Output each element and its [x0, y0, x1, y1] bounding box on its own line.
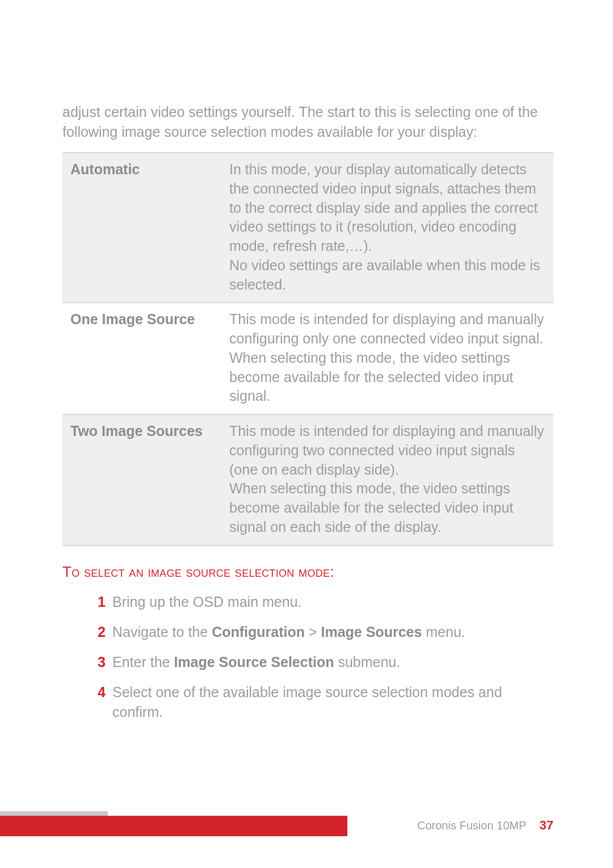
mode-desc-line: This mode is intended for displaying and…: [229, 423, 544, 477]
list-item: 1 Bring up the OSD main menu.: [90, 592, 553, 612]
page-footer: Coronis Fusion 10MP 37: [0, 816, 613, 836]
step-number: 1: [90, 592, 106, 612]
list-item: 3 Enter the Image Source Selection subme…: [90, 652, 553, 672]
step-text: Navigate to the: [112, 624, 212, 640]
footer-grey-bar: [0, 811, 108, 816]
mode-label: One Image Source: [62, 303, 221, 414]
list-item: 2 Navigate to the Configuration > Image …: [90, 622, 553, 642]
step-text: >: [305, 624, 321, 640]
footer-red-bar: [0, 816, 347, 836]
step-number: 3: [90, 652, 106, 672]
step-text: Enter the: [112, 654, 174, 670]
mode-description: This mode is intended for displaying and…: [221, 414, 553, 546]
step-text: Select one of the available image source…: [112, 684, 502, 720]
mode-description: This mode is intended for displaying and…: [221, 303, 553, 414]
page-number: 37: [540, 818, 553, 832]
footer-page-info: Coronis Fusion 10MP 37: [417, 818, 553, 833]
product-name: Coronis Fusion 10MP: [417, 819, 526, 832]
mode-label: Two Image Sources: [62, 414, 221, 546]
step-text: menu.: [422, 624, 465, 640]
step-number: 2: [90, 622, 106, 642]
mode-desc-line: This mode is intended for displaying and…: [229, 311, 544, 346]
table-row: Automatic In this mode, your display aut…: [62, 153, 553, 303]
list-item: 4 Select one of the available image sour…: [90, 682, 553, 722]
mode-label: Automatic: [62, 153, 221, 303]
table-row: Two Image Sources This mode is intended …: [62, 414, 553, 546]
steps-list: 1 Bring up the OSD main menu. 2 Navigate…: [62, 592, 553, 722]
mode-desc-line: When selecting this mode, the video sett…: [229, 480, 513, 535]
page-body: adjust certain video settings yourself. …: [0, 0, 613, 722]
modes-table: Automatic In this mode, your display aut…: [62, 152, 553, 546]
table-row: One Image Source This mode is intended f…: [62, 303, 553, 414]
bold-term: Image Sources: [321, 624, 422, 640]
step-text: Bring up the OSD main menu.: [112, 594, 302, 610]
mode-desc-line: When selecting this mode, the video sett…: [229, 350, 513, 404]
section-heading: To select an image source selection mode…: [62, 563, 553, 581]
mode-desc-line: No video settings are available when thi…: [229, 257, 540, 292]
step-text: submenu.: [334, 654, 400, 670]
mode-desc-line: In this mode, your display automatically…: [229, 161, 538, 254]
bold-term: Image Source Selection: [174, 654, 334, 670]
step-number: 4: [90, 682, 106, 702]
mode-description: In this mode, your display automatically…: [221, 153, 553, 303]
bold-term: Configuration: [212, 624, 305, 640]
intro-paragraph: adjust certain video settings yourself. …: [62, 102, 553, 142]
